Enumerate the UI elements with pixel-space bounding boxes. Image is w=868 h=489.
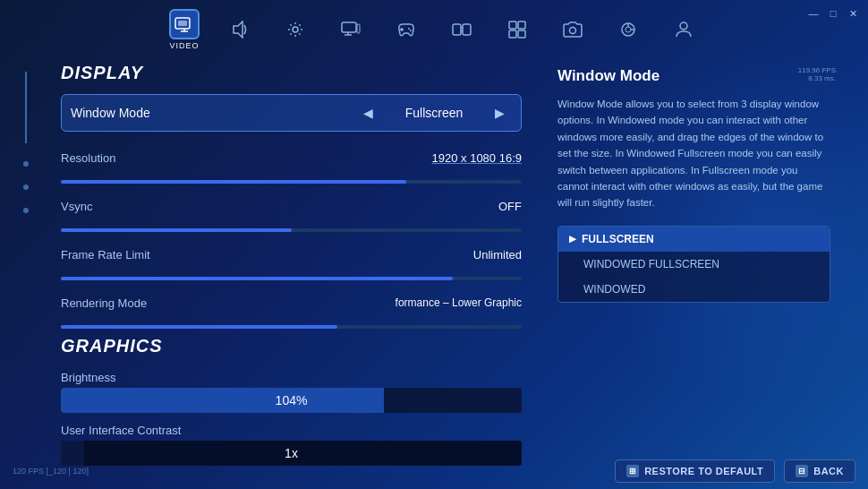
nav-item-network[interactable] bbox=[502, 14, 532, 45]
svg-point-5 bbox=[293, 27, 298, 32]
svg-rect-21 bbox=[518, 30, 525, 38]
sidebar-dot-1 bbox=[23, 161, 29, 167]
fps-value: 119.96 FPS bbox=[798, 66, 836, 74]
sidebar-dot-3 bbox=[23, 208, 29, 213]
ui-contrast-label: User Interface Contrast bbox=[61, 424, 258, 437]
rendering-label: Rendering Mode bbox=[61, 296, 258, 310]
info-panel-description: Window Mode allows you to select from 3 … bbox=[557, 96, 830, 211]
nav-item-audio[interactable] bbox=[225, 14, 255, 45]
nav-item-display[interactable] bbox=[336, 14, 366, 45]
bottom-bar: 120 FPS [_120 | 120] ⊞ RESTORE TO DEFAUL… bbox=[0, 453, 868, 489]
window-mode-label: Window Mode bbox=[71, 106, 268, 120]
mode-selected-arrow: ▶ bbox=[569, 234, 576, 244]
vsync-row[interactable]: Vsync OFF bbox=[61, 187, 522, 225]
racing-icon bbox=[613, 14, 643, 45]
info-panel: 119.96 FPS 8.33 ms. Window Mode Window M… bbox=[540, 54, 848, 485]
restore-label: RESTORE TO DEFAULT bbox=[644, 466, 763, 476]
sidebar-line bbox=[25, 72, 27, 143]
info-panel-title: Window Mode bbox=[557, 67, 830, 85]
rendering-value-container: formance – Lower Graphic bbox=[258, 296, 522, 309]
brightness-row[interactable]: Brightness 104% bbox=[61, 367, 522, 416]
back-button[interactable]: ⊟ BACK bbox=[784, 459, 855, 483]
nav-item-user[interactable] bbox=[668, 14, 699, 45]
mode-option-fullscreen[interactable]: ▶ FULLSCREEN bbox=[558, 227, 830, 252]
resolution-value-container: 1920 x 1080 16:9 bbox=[258, 151, 522, 165]
svg-rect-20 bbox=[509, 30, 516, 38]
window-mode-value: Fullscreen bbox=[380, 106, 488, 120]
svg-point-22 bbox=[570, 28, 576, 34]
svg-point-27 bbox=[680, 22, 687, 30]
audio-icon bbox=[225, 14, 255, 45]
fps-counter: 119.96 FPS 8.33 ms. bbox=[798, 66, 836, 82]
svg-rect-18 bbox=[509, 21, 516, 29]
nav-label-video: VIDEO bbox=[169, 41, 199, 50]
svg-point-13 bbox=[410, 30, 412, 31]
user-icon bbox=[668, 14, 699, 45]
restore-icon: ⊞ bbox=[626, 465, 639, 477]
controller-icon bbox=[391, 14, 421, 45]
resolution-row[interactable]: Resolution 1920 x 1080 16:9 bbox=[61, 139, 522, 176]
fps-info: 120 FPS [_120 | 120] bbox=[13, 467, 89, 476]
nav-item-camera[interactable] bbox=[557, 14, 588, 45]
vsync-label: Vsync bbox=[61, 200, 258, 213]
mode-windowed-label: WINDOWED bbox=[569, 283, 645, 296]
ms-value: 8.33 ms. bbox=[798, 74, 836, 82]
left-sidebar bbox=[0, 54, 52, 485]
vsync-track bbox=[61, 228, 522, 232]
back-icon: ⊟ bbox=[796, 465, 808, 477]
back-label: BACK bbox=[813, 466, 844, 476]
gamepad-icon bbox=[447, 14, 477, 45]
svg-point-12 bbox=[408, 28, 410, 30]
nav-item-controller[interactable] bbox=[391, 14, 421, 45]
resolution-value: 1920 x 1080 16:9 bbox=[432, 151, 522, 165]
vsync-value: OFF bbox=[498, 200, 522, 213]
top-navigation: VIDEO bbox=[0, 0, 868, 54]
graphics-section-title: GRAPHICS bbox=[61, 336, 522, 356]
svg-rect-1 bbox=[178, 21, 187, 26]
settings-panel: DISPLAY Window Mode ◀ Fullscreen ▶ Resol… bbox=[52, 54, 540, 485]
window-mode-row[interactable]: Window Mode ◀ Fullscreen ▶ bbox=[61, 94, 522, 132]
brightness-label: Brightness bbox=[61, 371, 258, 384]
nav-item-video[interactable]: VIDEO bbox=[169, 9, 200, 50]
svg-marker-4 bbox=[234, 21, 243, 38]
window-mode-next[interactable]: ▶ bbox=[488, 106, 512, 120]
svg-rect-19 bbox=[518, 21, 525, 29]
video-icon bbox=[169, 9, 200, 39]
window-mode-prev[interactable]: ◀ bbox=[356, 106, 380, 120]
svg-rect-15 bbox=[463, 24, 471, 35]
frame-rate-value-container: Unlimited bbox=[258, 248, 522, 262]
frame-rate-value: Unlimited bbox=[473, 248, 522, 262]
rendering-row[interactable]: Rendering Mode formance – Lower Graphic bbox=[61, 284, 522, 322]
nav-item-racing[interactable] bbox=[613, 14, 643, 45]
resolution-track bbox=[61, 180, 522, 184]
svg-rect-14 bbox=[453, 24, 461, 35]
main-layout: DISPLAY Window Mode ◀ Fullscreen ▶ Resol… bbox=[0, 54, 868, 485]
nav-item-settings[interactable] bbox=[280, 14, 311, 45]
vsync-value-container: OFF bbox=[258, 200, 522, 213]
bottom-buttons: ⊞ RESTORE TO DEFAULT ⊟ BACK bbox=[615, 459, 855, 483]
mode-option-windowed-fullscreen[interactable]: WINDOWED FULLSCREEN bbox=[558, 252, 830, 277]
nav-item-gamepad[interactable] bbox=[447, 14, 477, 45]
frame-rate-track bbox=[61, 277, 522, 280]
svg-rect-6 bbox=[342, 22, 356, 32]
ui-contrast-value: 1x bbox=[285, 446, 298, 460]
mode-options-list: ▶ FULLSCREEN WINDOWED FULLSCREEN WINDOWE… bbox=[557, 226, 830, 303]
gear-icon bbox=[280, 14, 311, 45]
display-section-title: DISPLAY bbox=[61, 63, 522, 83]
display-icon bbox=[336, 14, 366, 45]
mode-option-windowed[interactable]: WINDOWED bbox=[558, 277, 830, 302]
svg-point-24 bbox=[625, 27, 631, 32]
frame-rate-row[interactable]: Frame Rate Limit Unlimited bbox=[61, 236, 522, 273]
restore-default-button[interactable]: ⊞ RESTORE TO DEFAULT bbox=[615, 459, 775, 483]
brightness-value: 104% bbox=[276, 393, 308, 408]
network-icon bbox=[502, 14, 532, 45]
camera-icon bbox=[557, 14, 588, 45]
sidebar-dot-2 bbox=[23, 184, 29, 190]
rendering-track bbox=[61, 325, 522, 329]
rendering-value: formance – Lower Graphic bbox=[396, 296, 522, 309]
mode-windowed-fullscreen-label: WINDOWED FULLSCREEN bbox=[569, 258, 719, 270]
window-mode-value-container: ◀ Fullscreen ▶ bbox=[268, 106, 512, 120]
svg-rect-9 bbox=[357, 24, 360, 33]
resolution-label: Resolution bbox=[61, 151, 258, 165]
frame-rate-label: Frame Rate Limit bbox=[61, 248, 258, 262]
